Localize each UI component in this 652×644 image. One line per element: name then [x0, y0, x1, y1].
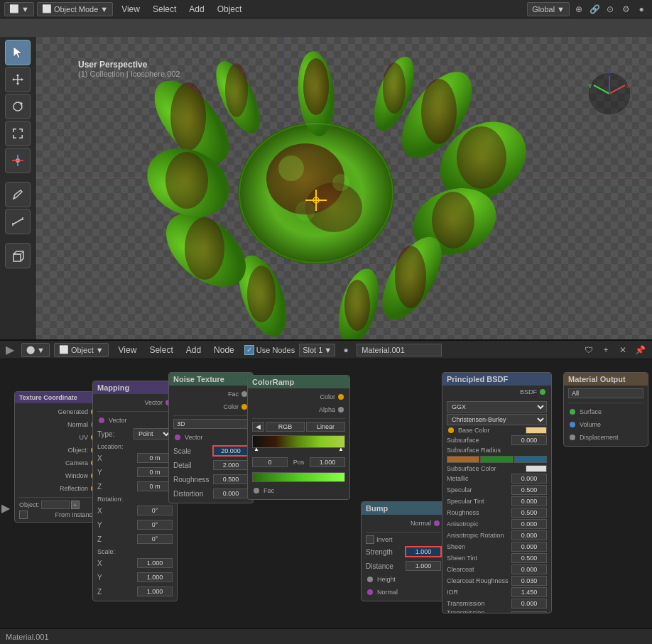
cr-pos-val[interactable]: 1.000 — [310, 457, 345, 467]
svg-rect-10 — [13, 254, 21, 261]
measure-tool-btn[interactable] — [5, 209, 31, 234]
global-mode-selector[interactable]: Global ▼ — [527, 2, 570, 16]
type-select[interactable]: Point — [134, 428, 173, 440]
subs-color-g[interactable] — [480, 456, 513, 463]
transform-tool-btn[interactable] — [5, 148, 31, 173]
menu-view[interactable]: View — [116, 3, 146, 16]
subs-color-b[interactable] — [514, 456, 547, 463]
strength-val[interactable]: 1.000 — [406, 547, 441, 557]
sheen-tint-val[interactable]: 0.500 — [511, 553, 547, 563]
menu-add[interactable]: Add — [183, 3, 210, 16]
pin-btn[interactable]: 📌 — [634, 344, 646, 356]
transform-pivot-btn[interactable]: ⊕ — [572, 3, 585, 16]
cr-stop-num[interactable]: 0 — [252, 457, 288, 467]
noise-rough-row: Roughness 0.500 — [173, 473, 249, 486]
mapping-node[interactable]: Mapping Vector Vector Type: Po — [92, 381, 178, 601]
subsurface-select[interactable]: Christensen-Burley — [447, 414, 547, 425]
noise-detail-val[interactable]: 2.000 — [213, 460, 249, 470]
cr-gradient-bar[interactable] — [252, 435, 345, 448]
node-editor-type-btn[interactable]: ⬤ ▼ — [21, 343, 50, 357]
p-roughness-val[interactable]: 0.500 — [511, 508, 547, 518]
object-field-btn[interactable]: + — [71, 501, 80, 509]
invert-check[interactable] — [366, 535, 374, 544]
subs-color-r[interactable] — [447, 456, 479, 463]
subsurface-color-swatch — [447, 456, 547, 463]
cube-icon — [11, 249, 25, 263]
node-object-selector[interactable]: ⬜ Object ▼ — [54, 343, 109, 357]
transmission-val[interactable]: 0.000 — [511, 599, 547, 608]
proportional-btn[interactable]: ⊙ — [604, 3, 616, 16]
scale-z-val[interactable]: 1.000 — [137, 586, 173, 596]
distance-val[interactable]: 1.000 — [406, 561, 441, 571]
noise-dist-val[interactable]: 0.000 — [213, 489, 249, 498]
expand-panel-btn[interactable]: ▶ — [1, 501, 10, 515]
subsurface-val[interactable]: 0.000 — [511, 435, 547, 445]
ior-val[interactable]: 1.450 — [511, 587, 547, 597]
principled-node[interactable]: Principled BSDF BSDF GGX Christensen — [442, 372, 552, 613]
sheen-val[interactable]: 0.000 — [511, 542, 547, 552]
noise-rough-val[interactable]: 0.500 — [213, 474, 249, 484]
loc-x-val[interactable]: 0 m — [137, 453, 173, 463]
output-target[interactable]: All — [568, 388, 643, 398]
viewport-3d[interactable]: User Perspective (1) Collection | Icosph… — [36, 37, 652, 341]
node-canvas[interactable]: Texture Coordinate Generated Normal UV O… — [0, 359, 652, 628]
clearcoat-val[interactable]: 0.000 — [511, 564, 547, 574]
material-output-node[interactable]: Material Output All Surface Volume — [563, 372, 648, 447]
noise-scale-val[interactable]: 20.000 — [213, 446, 249, 456]
shading-btn[interactable]: ● — [635, 3, 648, 16]
material-name-field[interactable]: Material.001 — [357, 344, 442, 356]
cr-rgb-btn[interactable]: RGB — [266, 422, 305, 432]
specular-val[interactable]: 0.500 — [511, 485, 547, 495]
distrib-select[interactable]: GGX — [447, 401, 547, 413]
use-nodes-toggle[interactable]: ✓ Use Nodes — [244, 345, 295, 355]
menu-select[interactable]: Select — [147, 3, 182, 16]
object-mode-selector[interactable]: ⬜ Object Mode ▼ — [37, 2, 113, 16]
trans-rough-val[interactable]: 0.000 — [511, 611, 547, 613]
subs-color-swatch[interactable] — [526, 465, 547, 472]
tex-coord-node[interactable]: Texture Coordinate Generated Normal UV O… — [14, 391, 103, 523]
metallic-val[interactable]: 0.000 — [511, 474, 547, 484]
rot-x-val[interactable]: 0° — [137, 506, 173, 515]
slot-selector[interactable]: Slot 1 ▼ — [299, 344, 335, 356]
cr-stop-right[interactable]: ▲ — [338, 446, 344, 452]
move-tool-btn[interactable] — [5, 67, 31, 92]
new-material-btn[interactable]: + — [599, 344, 612, 356]
clearcoat-rough-val[interactable]: 0.030 — [511, 576, 547, 586]
cursor-tool-btn[interactable] — [5, 40, 31, 65]
node-menu-node[interactable]: Node — [208, 344, 240, 356]
scale-y-val[interactable]: 1.000 — [137, 572, 173, 582]
add-cube-btn[interactable] — [5, 243, 31, 268]
cr-linear-btn[interactable]: Linear — [306, 422, 345, 432]
aniso-rot-val[interactable]: 0.000 — [511, 530, 547, 540]
node-menu-select[interactable]: Select — [143, 344, 178, 356]
panel-collapse-btn[interactable]: ▶ — [6, 343, 14, 356]
loc-y-val[interactable]: 0 m — [137, 467, 173, 477]
scale-x-val[interactable]: 1.000 — [137, 558, 173, 568]
cr-left-btn[interactable]: ◀ — [252, 422, 264, 432]
spec-tint-val[interactable]: 0.000 — [511, 496, 547, 506]
scale-tool-btn[interactable] — [5, 121, 31, 146]
noise-node[interactable]: Noise Texture Fac Color 3D Vector — [168, 372, 254, 503]
rot-y-val[interactable]: 0° — [137, 520, 173, 530]
preview-sphere-btn[interactable]: ● — [339, 344, 352, 356]
shield-icon[interactable]: 🛡 — [582, 344, 595, 356]
snap-btn[interactable]: 🔗 — [588, 3, 601, 16]
bump-node[interactable]: Bump Normal Invert Strength 1.000 — [361, 501, 446, 601]
noise-dim[interactable]: 3D — [173, 419, 249, 429]
base-color-swatch[interactable] — [526, 427, 547, 434]
aniso-val[interactable]: 0.000 — [511, 519, 547, 529]
cr-stop-left[interactable]: ▲ — [254, 446, 259, 452]
colorramp-node[interactable]: ColorRamp Color Alpha ◀ RGB Linear — [247, 375, 350, 500]
menu-object[interactable]: Object — [212, 3, 248, 16]
node-menu-add[interactable]: Add — [180, 344, 207, 356]
from-instancer-check[interactable] — [19, 511, 28, 519]
annotate-tool-btn[interactable] — [5, 182, 31, 207]
node-menu-view[interactable]: View — [113, 344, 143, 356]
rotate-tool-btn[interactable] — [5, 94, 31, 119]
object-field[interactable] — [41, 501, 70, 509]
unlink-btn[interactable]: ✕ — [616, 344, 629, 356]
overlay-btn[interactable]: ⚙ — [619, 3, 632, 16]
editor-type-btn[interactable]: ⬜ ▼ — [4, 2, 34, 16]
loc-z-val[interactable]: 0 m — [137, 481, 173, 491]
rot-z-val[interactable]: 0° — [137, 534, 173, 544]
